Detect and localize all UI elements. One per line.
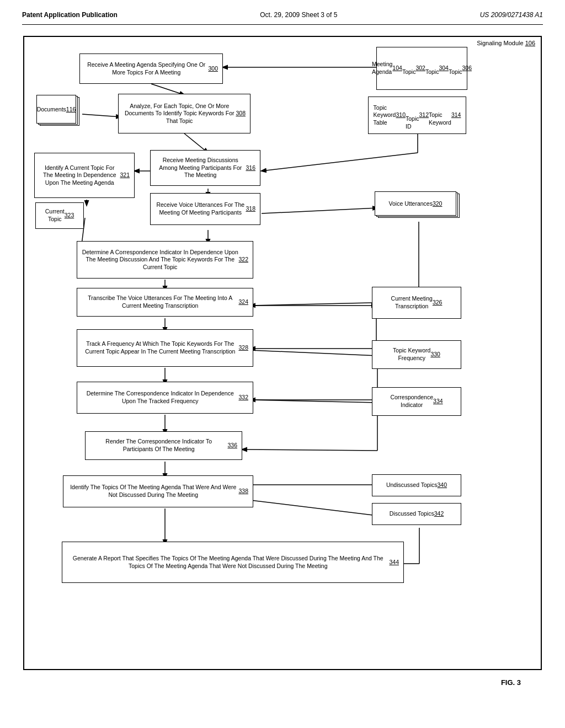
- svg-line-23: [250, 400, 377, 403]
- page: Patent Application Publication Oct. 29, …: [0, 0, 565, 728]
- box-336: Render The Correspondence Indicator To P…: [85, 431, 242, 460]
- box-338: Identify The Topics Of The Meeting Agend…: [63, 475, 253, 507]
- box-300: Receive A Meeting Agenda Specifying One …: [79, 53, 223, 84]
- box-topic-keyword-table: Topic Keyword Table 310 Topic ID 312 Top…: [368, 97, 466, 134]
- header-left: Patent Application Publication: [22, 11, 118, 19]
- box-322: Determine A Correspondence Indicator In …: [77, 241, 253, 279]
- box-voice-utterances: Voice Utterances 320: [375, 191, 462, 220]
- box-332: Determine The Correspondence Indicator I…: [77, 382, 253, 414]
- fig-label: FIG. 3: [22, 678, 543, 687]
- header-right: US 2009/0271438 A1: [480, 11, 543, 19]
- svg-line-29: [250, 500, 377, 516]
- box-current-meeting-transcription: Current MeetingTranscription 326: [372, 287, 461, 319]
- header-center: Oct. 29, 2009 Sheet 3 of 5: [260, 11, 337, 19]
- box-current-topic: CurrentTopic 323: [35, 202, 84, 229]
- svg-line-2: [82, 114, 121, 117]
- box-321: Identify A Current Topic For The Meeting…: [34, 153, 135, 198]
- page-header: Patent Application Publication Oct. 29, …: [22, 11, 543, 25]
- box-328: Track A Frequency At Which The Topic Key…: [77, 329, 253, 367]
- box-308: Analyze, For Each Topic, One Or More Doc…: [118, 94, 250, 133]
- box-318: Receive Voice Utterances For The Meeting…: [150, 193, 260, 225]
- svg-line-26: [242, 449, 377, 451]
- box-316: Receive Meeting Discussions Among Meetin…: [150, 150, 260, 186]
- box-324: Transcribe The Voice Utterances For The …: [77, 288, 253, 317]
- box-correspondence-indicator: CorrespondenceIndicator 334: [372, 387, 461, 416]
- svg-line-4: [262, 153, 418, 171]
- svg-line-0: [151, 84, 184, 95]
- box-documents: Documents116: [36, 95, 82, 128]
- diagram-area: Signaling Module 106: [23, 36, 542, 670]
- svg-line-19: [250, 350, 377, 356]
- box-undiscussed-topics: Undiscussed Topics 340: [372, 474, 461, 496]
- box-topic-keyword-frequency: Topic KeywordFrequency 330: [372, 340, 461, 369]
- box-meeting-agenda: Meeting Agenda 104Topic 302Topic 304Topi…: [376, 47, 467, 90]
- svg-line-9: [262, 208, 377, 213]
- box-discussed-topics: Discussed Topics 342: [372, 503, 461, 525]
- module-label: Signaling Module 106: [477, 40, 535, 46]
- box-344: Generate A Report That Specifies The Top…: [62, 542, 404, 583]
